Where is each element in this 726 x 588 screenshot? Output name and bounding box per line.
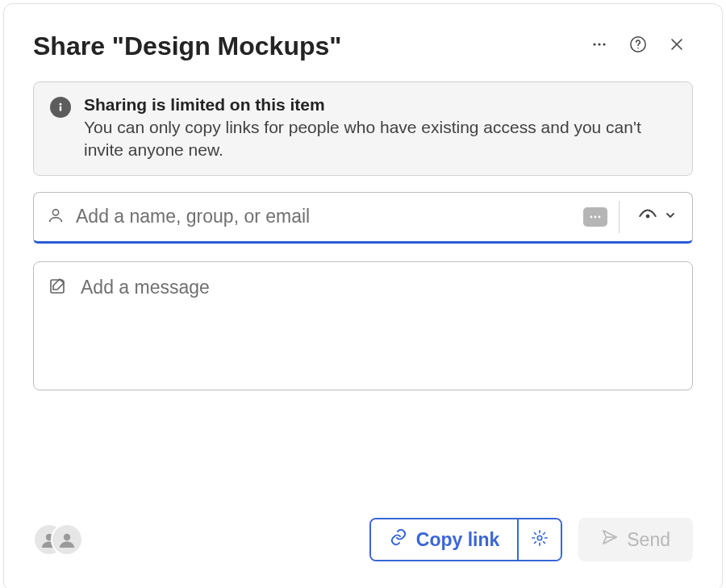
svg-point-14 <box>538 536 543 540</box>
svg-point-4 <box>637 48 639 49</box>
dialog-header: Share "Design Mockups" <box>33 30 693 62</box>
svg-point-1 <box>598 43 600 45</box>
svg-point-13 <box>64 534 70 540</box>
close-icon <box>669 36 685 56</box>
message-row <box>33 261 693 390</box>
svg-point-2 <box>603 43 605 45</box>
chevron-down-icon <box>665 210 676 224</box>
eye-icon <box>637 205 658 229</box>
info-icon <box>50 97 71 118</box>
send-button[interactable]: Send <box>578 518 693 561</box>
share-dialog: Share "Design Mockups" Sharing is limite… <box>3 3 723 588</box>
banner-heading: Sharing is limited on this item <box>84 95 676 115</box>
copy-link-button[interactable]: Copy link <box>371 519 518 560</box>
send-icon <box>601 528 619 551</box>
input-suggestion-badge[interactable] <box>583 207 607 227</box>
avatar <box>51 523 83 556</box>
svg-point-11 <box>646 214 650 218</box>
link-icon <box>389 528 408 552</box>
link-settings-button[interactable] <box>517 519 561 560</box>
dialog-title: Share "Design Mockups" <box>33 31 577 61</box>
person-icon <box>47 206 65 227</box>
svg-point-5 <box>60 103 62 106</box>
recipient-row <box>33 192 693 244</box>
banner-body: You can only copy links for people who h… <box>84 116 676 162</box>
gear-icon <box>531 529 549 550</box>
permission-dropdown[interactable] <box>619 201 692 233</box>
copy-link-group: Copy link <box>369 518 563 561</box>
send-label: Send <box>627 529 670 551</box>
message-input[interactable] <box>79 275 678 322</box>
ellipsis-icon <box>591 36 607 56</box>
more-options-button[interactable] <box>583 30 615 62</box>
recipient-input[interactable] <box>74 205 583 228</box>
svg-point-0 <box>593 43 595 45</box>
svg-point-10 <box>599 215 601 218</box>
svg-point-7 <box>52 209 58 215</box>
help-icon <box>629 35 647 56</box>
close-button[interactable] <box>661 30 693 62</box>
svg-point-9 <box>595 215 597 218</box>
help-button[interactable] <box>622 30 654 62</box>
copy-link-label: Copy link <box>416 529 500 551</box>
note-icon <box>48 275 68 299</box>
svg-rect-6 <box>60 106 61 111</box>
svg-point-8 <box>590 215 593 218</box>
dialog-footer: Copy link Send <box>33 518 693 561</box>
shared-with-avatars[interactable] <box>33 522 83 557</box>
sharing-limited-banner: Sharing is limited on this item You can … <box>33 81 693 176</box>
